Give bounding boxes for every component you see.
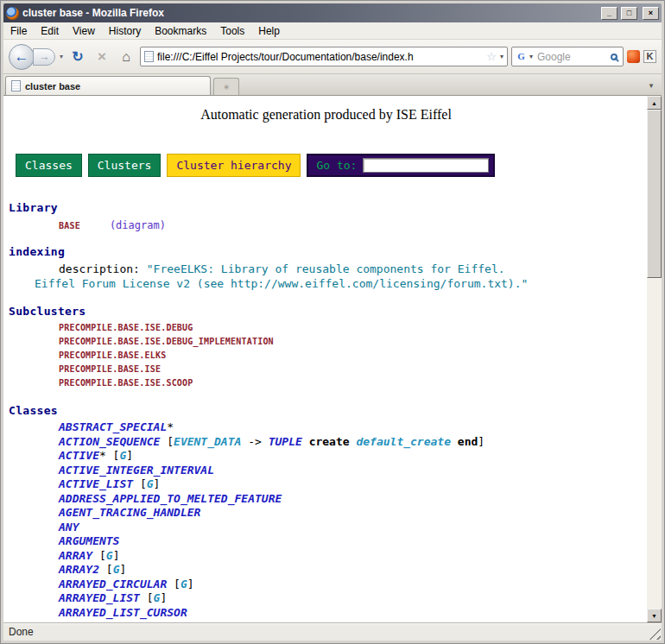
class-entry-segment[interactable]: ARRAYED_LIST [59, 591, 140, 604]
search-magnifier-icon[interactable] [611, 54, 618, 60]
class-entry[interactable]: AGENT_TRACING_HANDLER [59, 506, 643, 521]
cluster-hierarchy-button[interactable]: Cluster hierarchy [167, 154, 301, 177]
menu-item[interactable]: Help [251, 23, 287, 39]
maximize-button[interactable]: □ [621, 7, 637, 20]
address-bar[interactable]: ☆ ▾ [140, 47, 508, 66]
scroll-up-button[interactable]: ▲ [647, 96, 662, 110]
class-entry-segment[interactable]: ARGUMENTS [59, 534, 119, 547]
class-entry[interactable]: ACTION_SEQUENCE [EVENT_DATA -> TUPLE cre… [59, 435, 643, 450]
home-button[interactable]: ⌂ [116, 47, 136, 67]
class-entry-segment: [ [106, 449, 120, 462]
resize-grip[interactable] [649, 628, 661, 640]
extension-icon-k[interactable]: K [643, 50, 656, 63]
class-entry[interactable]: ADDRESS_APPLIED_TO_MELTED_FEATURE [59, 492, 643, 507]
status-bar: Done [3, 622, 662, 641]
class-entry-segment: -> [241, 435, 268, 448]
scroll-track[interactable] [647, 110, 662, 609]
clusters-button[interactable]: Clusters [88, 154, 162, 177]
content-area: Automatic generation produced by ISE Eif… [3, 96, 662, 622]
class-entry-segment[interactable]: ARRAYED_LIST_CURSOR [59, 606, 187, 619]
menu-item[interactable]: Tools [213, 23, 251, 39]
menu-item[interactable]: File [3, 23, 34, 39]
class-entry-segment[interactable]: G [147, 477, 154, 490]
class-entry-segment[interactable]: ARRAYED_CIRCULAR [59, 578, 167, 590]
tab-list-dropdown-icon[interactable]: ▾ [644, 79, 658, 92]
classes-button[interactable]: Classes [16, 154, 82, 177]
class-entry-segment[interactable]: EVENT_DATA [174, 435, 241, 448]
class-entry[interactable]: ACTIVE_INTEGER_INTERVAL [59, 464, 643, 478]
class-entry-segment[interactable]: ACTION_SEQUENCE [59, 435, 160, 448]
tab-cluster-base[interactable]: cluster base [5, 76, 211, 95]
subcluster-link[interactable]: PRECOMPILE.BASE.ELKS [59, 349, 643, 363]
google-icon: G [516, 51, 527, 62]
close-button[interactable]: × [643, 7, 659, 20]
class-entry-segment[interactable]: AGENT_TRACING_HANDLER [59, 506, 200, 519]
title-bar: cluster base - Mozilla Firefox _ □ × [3, 3, 662, 22]
class-entry[interactable]: ARRAY2 [G] [59, 563, 643, 578]
vertical-scrollbar[interactable]: ▲ ▼ [647, 96, 662, 622]
forward-button[interactable]: → [33, 48, 55, 66]
class-entry-segment: ] [187, 578, 194, 590]
minimize-button[interactable]: _ [601, 7, 618, 20]
bookmark-star-icon[interactable]: ☆ [486, 51, 497, 62]
class-entry-segment: ] [478, 435, 484, 448]
firefox-icon [6, 7, 19, 20]
goto-input[interactable] [363, 158, 489, 173]
subcluster-link[interactable]: PRECOMPILE.BASE.ISE.DEBUG_IMPLEMENTATION [59, 335, 643, 349]
class-entry-segment[interactable]: ACTIVE [59, 449, 99, 462]
tab-stub[interactable]: ∗ [213, 78, 239, 95]
back-button[interactable]: ← [9, 44, 35, 70]
class-entry-segment[interactable]: ADDRESS_APPLIED_TO_MELTED_FEATURE [59, 492, 282, 505]
class-entry-segment[interactable]: G [106, 549, 113, 562]
class-entry-segment [302, 435, 309, 448]
class-entry-segment[interactable]: ARRAY2 [59, 563, 99, 576]
reload-button[interactable]: ↻ [67, 47, 88, 67]
extension-icon-red[interactable] [627, 50, 640, 63]
class-entry[interactable]: ARRAYED_LIST [G] [59, 591, 643, 606]
library-heading: Library [9, 201, 643, 214]
class-entry[interactable]: ANY [59, 521, 643, 535]
scroll-thumb[interactable] [647, 110, 662, 278]
class-entry-segment: [ [160, 435, 174, 448]
diagram-link[interactable]: (diagram) [110, 219, 166, 231]
url-input[interactable] [157, 51, 483, 63]
class-entry[interactable]: ARRAYED_LIST_CURSOR [59, 606, 643, 621]
stop-button[interactable]: × [92, 47, 112, 67]
search-box[interactable]: G ▾ [511, 47, 624, 66]
class-entry-segment[interactable]: default_create [356, 435, 451, 448]
menu-bar: FileEditViewHistoryBookmarksToolsHelp [3, 22, 662, 40]
cluster-base-link[interactable]: BASE [59, 221, 80, 230]
class-entry-segment[interactable]: TUPLE [269, 435, 302, 448]
class-entry-segment[interactable]: ACTIVE_LIST [59, 477, 133, 490]
url-dropdown-icon[interactable]: ▾ [500, 53, 504, 60]
window-title: cluster base - Mozilla Firefox [22, 7, 598, 19]
subcluster-link[interactable]: PRECOMPILE.BASE.ISE.DEBUG [59, 321, 643, 335]
class-entry-segment: ] [154, 477, 161, 490]
search-input[interactable] [535, 50, 608, 64]
class-entry[interactable]: ABSTRACT_SPECIAL* [59, 420, 643, 435]
scroll-down-button[interactable]: ▼ [647, 609, 662, 622]
class-entry[interactable]: ACTIVE* [G] [59, 449, 643, 464]
class-entry-segment[interactable]: ANY [59, 521, 79, 534]
search-engine-dropdown-icon[interactable]: ▾ [529, 53, 533, 60]
class-entry[interactable]: ARRAYED_CIRCULAR [G] [59, 578, 643, 592]
class-entry[interactable]: ARRAY [G] [59, 549, 643, 564]
class-entry[interactable]: ACTIVE_LIST [G] [59, 477, 643, 492]
class-entry-segment[interactable]: G [180, 578, 187, 590]
menu-item[interactable]: Edit [34, 23, 66, 39]
class-entry[interactable]: ARGUMENTS [59, 534, 643, 549]
menu-item[interactable]: History [102, 23, 148, 39]
history-dropdown-icon[interactable]: ▾ [59, 53, 64, 60]
class-entry-segment: end [458, 435, 478, 448]
class-entry-segment[interactable]: ACTIVE_INTEGER_INTERVAL [59, 464, 214, 477]
menu-item[interactable]: View [66, 23, 102, 39]
menu-item[interactable]: Bookmarks [148, 23, 213, 39]
class-entry-segment[interactable]: ABSTRACT_SPECIAL [59, 420, 167, 433]
class-entry-segment[interactable]: ARRAY [59, 549, 92, 562]
subcluster-link[interactable]: PRECOMPILE.BASE.ISE [59, 363, 643, 376]
tab-label: cluster base [25, 81, 80, 92]
goto-label: Go to: [316, 159, 357, 172]
tab-page-icon [11, 80, 21, 92]
subcluster-link[interactable]: PRECOMPILE.BASE.ISE.SCOOP [59, 376, 643, 390]
indexing-value-1: "FreeELKS: Library of reusable component… [147, 262, 505, 275]
